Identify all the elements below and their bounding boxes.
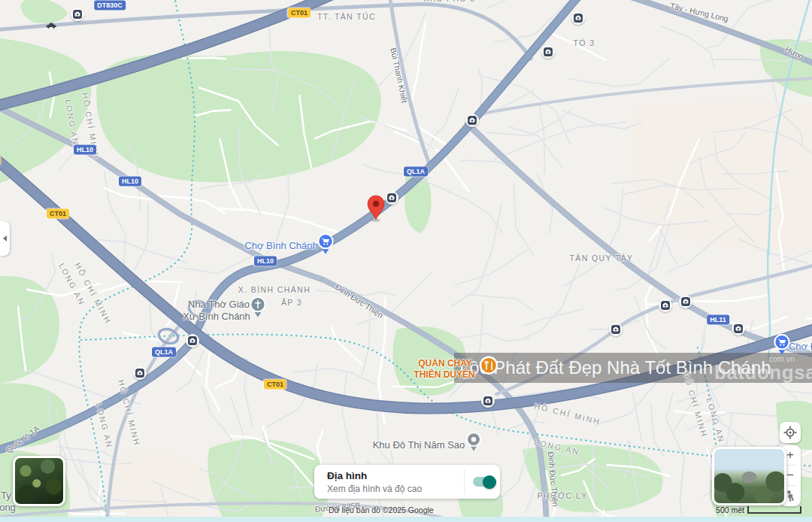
scale-bar — [747, 506, 801, 514]
toggle-knob — [483, 475, 496, 489]
chevron-left-icon — [3, 235, 7, 241]
terrain-toggle[interactable] — [473, 477, 494, 487]
poi-cart-icon[interactable] — [316, 232, 335, 258]
poi-cart-icon[interactable] — [772, 333, 792, 359]
imagery-thumbnail-left[interactable] — [13, 456, 65, 506]
map-app: Lộc Phát Đất Đẹp Nhà Tốt Bình Chánh batd… — [0, 0, 812, 522]
crosshair-icon — [783, 426, 797, 439]
terrain-title: Địa hình — [327, 470, 367, 481]
streetview-thumbnail-right[interactable] — [712, 447, 786, 505]
scale-text: 500 mét — [711, 505, 744, 514]
divider — [464, 469, 465, 494]
bottom-strip — [0, 517, 812, 522]
terrain-subtitle: Xem địa hình và độ cao — [327, 484, 422, 494]
map-canvas[interactable] — [0, 0, 812, 522]
map-data-attribution: Dữ liệu bản đồ ©2025 Google — [329, 505, 434, 514]
poi-food-icon[interactable] — [478, 356, 499, 381]
poi-dot-icon[interactable] — [465, 431, 483, 455]
dropped-pin[interactable] — [366, 195, 386, 222]
terrain-card: Địa hình Xem địa hình và độ cao — [314, 465, 500, 499]
side-panel-collapse-button[interactable] — [0, 221, 10, 256]
poi-church-icon[interactable] — [248, 296, 268, 321]
my-location-button[interactable] — [780, 422, 801, 443]
